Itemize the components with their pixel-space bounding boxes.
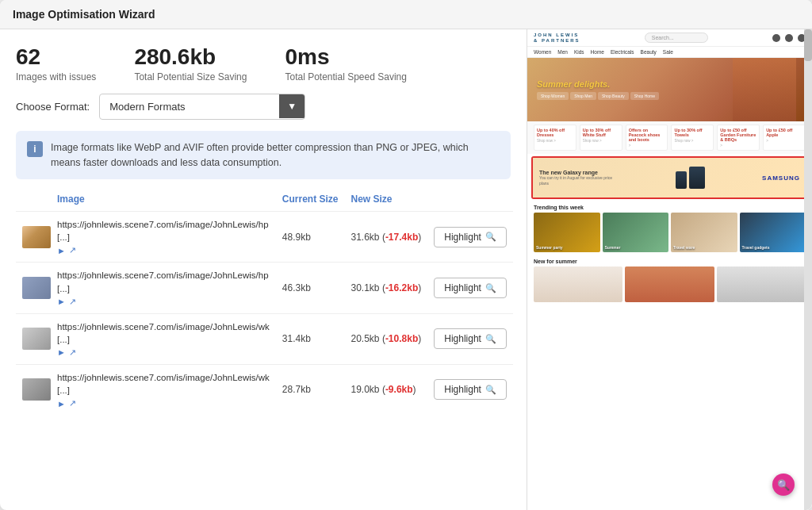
url-arrow-1[interactable]: ► [57, 297, 66, 307]
stat-speed: 0ms Total Potential Speed Saving [285, 45, 406, 82]
nfs-item-2 [625, 267, 714, 302]
url-arrow-2[interactable]: ► [57, 347, 66, 358]
highlight-button-3[interactable]: Highlight 🔍 [434, 379, 507, 400]
site-logo: JOHN LEWIS & PARTNERS [534, 33, 580, 43]
format-dropdown-arrow[interactable]: ▼ [279, 94, 304, 118]
highlight-button-2[interactable]: Highlight 🔍 [434, 328, 507, 349]
format-select-value: Modern Formats [100, 94, 279, 119]
hero-btn-4[interactable]: Shop Home [630, 92, 659, 100]
highlight-button-1[interactable]: Highlight 🔍 [434, 278, 507, 298]
left-panel: 62 Images with issues 280.6kb Total Pote… [0, 29, 527, 510]
trending-label-4: Travel gadgets [742, 245, 770, 250]
table-row: https://johnlewis.scene7.com/is/image/Jo… [16, 313, 513, 364]
menu-item-2[interactable]: Men [557, 49, 568, 55]
image-thumb-0 [22, 226, 51, 248]
menu-item-5[interactable]: Electricals [611, 49, 634, 55]
size-label: Total Potential Size Saving [134, 71, 247, 82]
images-table: Image Current Size New Size https://john… [16, 190, 513, 415]
nav-icon-1 [772, 34, 780, 42]
main-window: Image Optimisation Wizard 62 Images with… [0, 0, 812, 510]
format-select[interactable]: Modern Formats ▼ [99, 94, 305, 120]
image-cell-0: https://johnlewis.scene7.com/is/image/Jo… [16, 212, 276, 263]
selling-fast-section: Up to 40% off Dresses Shop now > Up to 3… [527, 121, 812, 154]
url-arrow-0[interactable]: ► [57, 245, 66, 255]
highlight-search-icon-3: 🔍 [485, 385, 496, 395]
image-url-3: https://johnlewis.scene7.com/is/image/Jo… [57, 371, 270, 397]
col-action [427, 190, 513, 212]
format-row: Choose Format: Modern Formats ▼ [16, 94, 511, 120]
new-size-2: 20.5kb (-10.8kb) [345, 313, 428, 364]
trending-grid: Summer party Summer Travel ware Travel g… [534, 213, 806, 252]
stats-row: 62 Images with issues 280.6kb Total Pote… [16, 45, 511, 82]
scrollbar-track[interactable] [804, 29, 812, 510]
image-cell-1: https://johnlewis.scene7.com/is/image/Jo… [16, 263, 276, 313]
site-search[interactable]: Search... [645, 33, 708, 43]
nfs-item-3 [717, 267, 806, 302]
site-nav-right [772, 34, 806, 42]
highlight-cell-3: Highlight 🔍 [427, 364, 513, 415]
table-row: https://johnlewis.scene7.com/is/image/Jo… [16, 364, 513, 415]
speed-label: Total Potential Speed Saving [285, 71, 406, 82]
selling-card-2: Up to 30% off White Stuff Shop now > [580, 125, 622, 151]
samsung-devices [676, 167, 705, 189]
samsung-text: The new Galaxy range You can try it in A… [539, 170, 619, 186]
url-external-0[interactable]: ↗ [69, 245, 76, 255]
samsung-banner: The new Galaxy range You can try it in A… [533, 158, 806, 197]
image-thumb-2 [22, 328, 51, 350]
right-panel: JOHN LEWIS & PARTNERS Search... Women [527, 29, 812, 510]
trending-item-3: Travel ware [671, 213, 737, 252]
format-label: Choose Format: [16, 101, 90, 113]
images-count: 62 [16, 45, 96, 70]
menu-item-3[interactable]: Kids [574, 49, 584, 55]
scrollbar-thumb[interactable] [804, 29, 812, 61]
info-icon: i [27, 141, 43, 157]
browser-preview: JOHN LEWIS & PARTNERS Search... Women [527, 29, 812, 510]
url-arrow-3[interactable]: ► [57, 398, 66, 408]
trending-item-1: Summer party [534, 213, 600, 252]
url-external-1[interactable]: ↗ [69, 297, 76, 307]
highlight-cell-2: Highlight 🔍 [427, 313, 513, 364]
menu-item-4[interactable]: Home [591, 49, 604, 55]
table-row: https://johnlewis.scene7.com/is/image/Jo… [16, 263, 513, 313]
selling-card-1: Up to 40% off Dresses Shop now > [534, 125, 576, 151]
current-size-3: 28.7kb [276, 364, 345, 415]
highlight-button-0[interactable]: Highlight 🔍 [434, 227, 507, 247]
window-title: Image Optimisation Wizard [13, 8, 155, 21]
menu-item-1[interactable]: Women [534, 49, 551, 55]
url-external-2[interactable]: ↗ [69, 347, 76, 358]
hero-text: Summer delights. Shop Women Shop Men Sho… [537, 79, 659, 100]
fab-search-button[interactable]: 🔍 [772, 474, 795, 496]
hero-btn-2[interactable]: Shop Men [570, 92, 596, 100]
device-tablet [689, 167, 705, 189]
image-cell-2: https://johnlewis.scene7.com/is/image/Jo… [16, 313, 276, 364]
trending-section: Trending this week Summer party Summer T… [527, 201, 812, 255]
url-external-3[interactable]: ↗ [69, 398, 76, 408]
size-saving: 280.6kb [134, 45, 247, 70]
image-thumb-1 [22, 277, 51, 299]
hero-btn-1[interactable]: Shop Women [537, 92, 569, 100]
site-menu: Women Men Kids Home Electricals Beauty S… [527, 47, 812, 58]
info-text: Image formats like WebP and AVIF often p… [51, 140, 500, 171]
hero-btn-3[interactable]: Shop Beauty [598, 92, 629, 100]
current-size-0: 48.9kb [276, 212, 345, 263]
menu-item-7[interactable]: Sale [663, 49, 673, 55]
image-url-0: https://johnlewis.scene7.com/is/image/Jo… [57, 218, 270, 243]
image-url-1: https://johnlewis.scene7.com/is/image/Jo… [57, 269, 270, 294]
hero-person-image [733, 58, 796, 121]
trending-label-1: Summer party [536, 245, 563, 250]
trending-item-2: Summer [603, 213, 669, 252]
device-phone [676, 171, 687, 189]
samsung-desc: You can try it in August for exclusive p… [539, 175, 619, 186]
highlight-search-icon-2: 🔍 [485, 334, 496, 344]
image-thumb-3 [22, 378, 51, 401]
site-nav: JOHN LEWIS & PARTNERS Search... [527, 29, 812, 47]
selling-card-6: Up to £50 off Apple > [763, 125, 806, 151]
new-size-1: 30.1kb (-16.2kb) [345, 263, 428, 313]
col-new-size: New Size [345, 190, 428, 212]
menu-item-6[interactable]: Beauty [641, 49, 657, 55]
image-cell-3: https://johnlewis.scene7.com/is/image/Jo… [16, 364, 276, 415]
highlight-cell-1: Highlight 🔍 [427, 263, 513, 313]
highlight-search-icon-1: 🔍 [485, 283, 496, 293]
selling-card-3: Offers on Peacock shoes and boots > [626, 125, 668, 151]
website-simulation: JOHN LEWIS & PARTNERS Search... Women [527, 29, 812, 510]
